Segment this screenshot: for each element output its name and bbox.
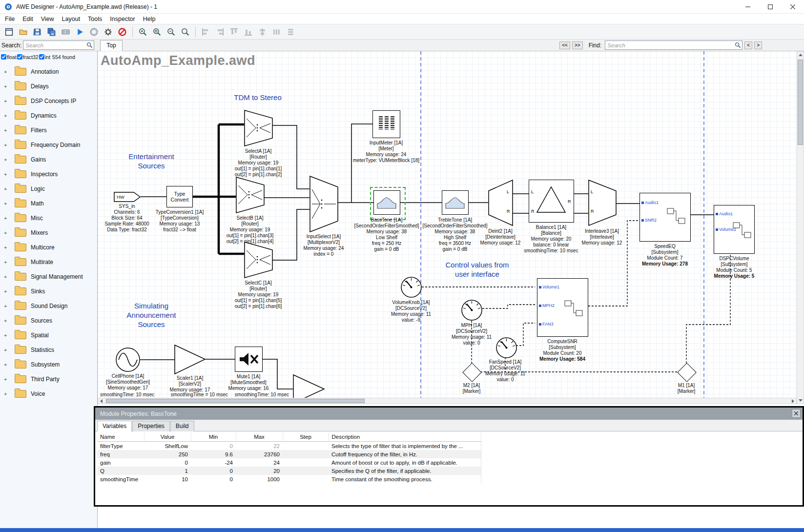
canvas-tab-top[interactable]: Top (100, 40, 122, 51)
expand-icon[interactable]: + (4, 303, 10, 309)
scroll-right-arrow[interactable] (792, 399, 794, 403)
expand-icon[interactable]: + (4, 362, 10, 368)
block-typeconversion1[interactable]: Type Convert (166, 186, 193, 207)
block-selectc[interactable] (244, 242, 273, 280)
align-center-icon[interactable] (256, 25, 269, 38)
zoom-in-icon[interactable] (136, 25, 149, 38)
block-scaler1[interactable] (174, 345, 206, 376)
type-filter[interactable]: float (1, 54, 17, 60)
maximize-button[interactable] (759, 0, 782, 13)
column-header-value[interactable]: Value (144, 432, 191, 442)
open-folder-icon[interactable] (17, 25, 30, 38)
block-inputmeter[interactable] (372, 110, 400, 138)
block-partial-scaler[interactable] (293, 374, 325, 398)
nav-forward-button[interactable]: >> (572, 41, 583, 49)
expand-icon[interactable]: + (4, 245, 10, 250)
module-search-input[interactable] (23, 41, 94, 50)
variable-row[interactable]: gain 0 -24 24 Amount of boost or cut to … (97, 458, 481, 467)
align-right-icon[interactable] (213, 25, 227, 38)
type-filter[interactable]: fract32 (17, 54, 39, 60)
distribute-vertical-icon[interactable] (284, 25, 297, 38)
sidebar-category[interactable]: + Misc (0, 211, 97, 225)
variable-row[interactable]: smoothingTime 10 0 1000 Time constant of… (97, 475, 481, 483)
expand-icon[interactable]: + (4, 274, 10, 280)
filter-checkbox[interactable] (1, 54, 6, 60)
sidebar-category[interactable]: + DSP Concepts IP (0, 94, 97, 108)
stop-audio-icon[interactable] (87, 25, 101, 38)
sidebar-category[interactable]: + Multirate (0, 255, 97, 269)
canvas-vscrollbar[interactable] (797, 51, 804, 404)
block-selecta[interactable] (244, 110, 273, 148)
expand-icon[interactable]: + (4, 113, 10, 119)
save-icon[interactable] (31, 25, 44, 38)
annotation-entertainment-sources[interactable]: Entertainment Sources (112, 152, 190, 170)
propagate-changes-icon[interactable] (102, 25, 115, 38)
var-value[interactable]: ShelfLow (144, 442, 191, 450)
var-value[interactable]: 0 (144, 458, 191, 467)
block-inputselect[interactable] (309, 176, 338, 234)
zoom-out-icon[interactable] (165, 25, 178, 38)
pin-fan3[interactable]: FAN3 (539, 322, 554, 327)
block-mute1[interactable] (235, 347, 263, 372)
sidebar-category[interactable]: + Dynamics (0, 108, 97, 123)
block-fanspeed[interactable] (495, 337, 517, 361)
block-basstone[interactable] (373, 190, 400, 215)
block-computesnr[interactable]: Volume1 MPH2 FAN3 (537, 278, 588, 337)
search-icon[interactable] (86, 42, 93, 48)
block-mph[interactable] (461, 299, 483, 323)
expand-icon[interactable]: + (4, 332, 10, 338)
build-run-icon[interactable] (73, 25, 86, 38)
variable-row[interactable]: freq 250 9.6 23760 Cutoff frequency of t… (97, 450, 481, 458)
block-volumeknob[interactable] (400, 276, 422, 300)
hscroll-thumb[interactable] (106, 399, 365, 403)
menu-item[interactable]: File (1, 15, 19, 23)
vscroll-thumb[interactable] (798, 60, 803, 145)
menu-item[interactable]: Edit (19, 15, 37, 23)
filter-checkbox[interactable] (17, 54, 22, 60)
column-header-description[interactable]: Description (329, 432, 481, 442)
align-top-icon[interactable] (227, 25, 241, 38)
sidebar-category[interactable]: + Inspectors (0, 167, 97, 182)
pin-mph2[interactable]: MPH2 (539, 303, 555, 308)
sidebar-category[interactable]: + Mixers (0, 225, 97, 240)
scroll-left-arrow[interactable] (100, 399, 103, 403)
find-prev-button[interactable]: < (744, 41, 752, 49)
align-bottom-icon[interactable] (242, 25, 255, 38)
expand-icon[interactable]: + (4, 347, 10, 353)
var-value[interactable]: 250 (144, 450, 191, 458)
find-next-button[interactable]: > (754, 41, 762, 49)
sidebar-category[interactable]: + Spatial (0, 328, 97, 343)
variable-row[interactable]: filterType ShelfLow 0 22 Selects the typ… (97, 442, 481, 450)
column-header-name[interactable]: Name (97, 432, 144, 442)
expand-icon[interactable]: + (4, 288, 10, 294)
sidebar-category[interactable]: + Gains (0, 152, 97, 167)
target-hardware-icon[interactable] (59, 25, 72, 38)
annotation-control-values[interactable]: Control values from user interface (437, 260, 517, 279)
sidebar-category[interactable]: + Statistics (0, 343, 97, 357)
expand-icon[interactable]: + (4, 391, 10, 397)
menu-item[interactable]: Layout (58, 15, 84, 23)
sidebar-category[interactable]: + Delays (0, 79, 97, 94)
annotation-announcement-sources[interactable]: Simulating Announcement Sources (112, 301, 190, 329)
menu-item[interactable]: View (37, 15, 58, 23)
minimize-button[interactable] (737, 0, 759, 13)
close-properties-button[interactable] (792, 409, 801, 418)
var-value[interactable]: 1 (144, 467, 191, 475)
variable-row[interactable]: Q 1 0 20 Specifies the Q of the filter, … (97, 467, 481, 475)
menu-item[interactable]: Inspector (106, 15, 139, 23)
pin-snr2[interactable]: SNR2 (641, 218, 657, 223)
var-value[interactable]: 10 (144, 475, 191, 483)
sidebar-category[interactable]: + Filters (0, 123, 97, 138)
expand-icon[interactable]: + (4, 376, 10, 382)
expand-icon[interactable]: + (4, 318, 10, 324)
expand-icon[interactable]: + (4, 98, 10, 104)
block-deint2[interactable] (488, 180, 513, 228)
pin-volume1[interactable]: Volume1 (539, 285, 559, 289)
block-selectb[interactable] (236, 177, 265, 215)
expand-icon[interactable]: + (4, 157, 10, 163)
sidebar-category[interactable]: + Subsystem (0, 357, 97, 372)
halt-icon[interactable] (116, 25, 129, 38)
menu-item[interactable]: Tools (84, 15, 106, 23)
sidebar-category[interactable]: + Third Party (0, 372, 97, 387)
sidebar-category[interactable]: + Voice (0, 387, 97, 401)
